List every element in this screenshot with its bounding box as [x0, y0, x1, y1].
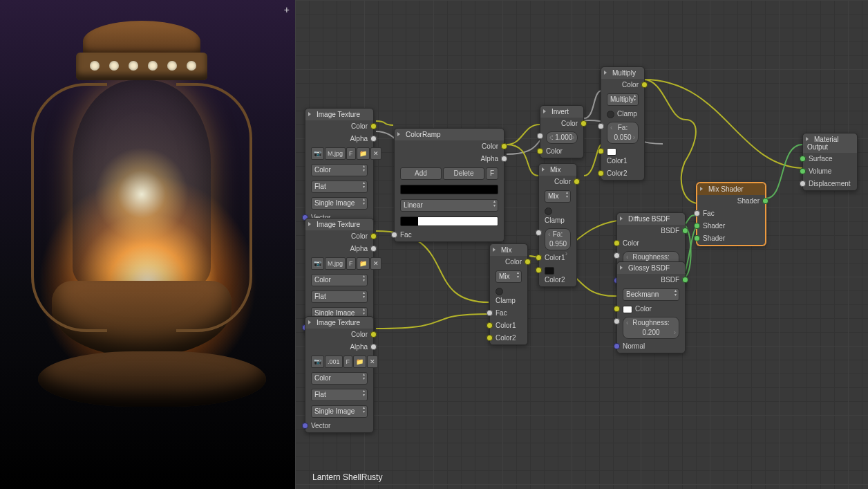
socket-color-in[interactable]: [537, 148, 543, 154]
clamp-checkbox[interactable]: [607, 111, 614, 118]
socket-color-out[interactable]: [370, 233, 377, 239]
projection-dropdown[interactable]: Flat: [311, 181, 368, 193]
socket-alpha-out[interactable]: [370, 246, 377, 252]
socket-alpha-out[interactable]: [501, 156, 507, 162]
lantern-render: [38, 21, 245, 463]
color-swatch[interactable]: [623, 306, 632, 313]
socket-fac-in[interactable]: [391, 232, 397, 238]
node-mix-1[interactable]: Mix Color Mix Clamp Fa: 0.950 Color1 Col…: [538, 163, 577, 287]
socket-color-out[interactable]: [370, 331, 377, 338]
image-selector[interactable]: 📷M.jpgF📁✕: [311, 257, 368, 270]
node-editor[interactable]: Image Texture Color Alpha 📷M.jpgF📁✕ Colo…: [295, 0, 868, 489]
blend-dropdown[interactable]: Mix: [496, 270, 522, 283]
socket-color-out[interactable]: [370, 123, 377, 129]
socket-color-out[interactable]: [574, 178, 580, 185]
node-mix-2[interactable]: Mix Color Mix Clamp Fac Color1 Color2: [489, 243, 528, 345]
socket-bsdf-out[interactable]: [682, 277, 688, 283]
node-image-texture-3[interactable]: Image Texture Color Alpha 📷.001F📁✕ Color…: [305, 316, 374, 433]
ramp-preview[interactable]: [400, 185, 498, 194]
flip-button[interactable]: F: [486, 167, 498, 180]
blend-dropdown[interactable]: Mix: [545, 190, 571, 203]
clamp-checkbox[interactable]: [545, 207, 552, 215]
socket-color-out[interactable]: [501, 143, 507, 149]
source-dropdown[interactable]: Single Image: [311, 197, 368, 210]
socket-color-out[interactable]: [641, 82, 648, 88]
node-title: Image Texture: [317, 111, 360, 118]
node-image-texture-1[interactable]: Image Texture Color Alpha 📷M.jpgF📁✕ Colo…: [305, 108, 374, 225]
socket-alpha-out[interactable]: [370, 344, 377, 350]
blend-dropdown[interactable]: Multiply: [607, 93, 639, 106]
image-selector[interactable]: 📷.001F📁✕: [311, 356, 368, 368]
socket-bsdf-out[interactable]: [682, 228, 688, 234]
delete-button[interactable]: Delete: [443, 167, 484, 180]
node-wires: [295, 0, 868, 489]
socket-color-out[interactable]: [581, 120, 587, 127]
color2-swatch[interactable]: [545, 267, 554, 275]
render-preview: +: [0, 0, 295, 489]
color1-swatch[interactable]: [607, 148, 616, 156]
material-name-label: Lantern ShellRusty: [312, 472, 382, 482]
fac-field[interactable]: : 1.000: [546, 131, 578, 144]
socket-fac-in[interactable]: [537, 133, 543, 139]
ramp-gradient[interactable]: [400, 216, 498, 226]
image-selector[interactable]: 📷M.jpgF📁✕: [311, 147, 368, 160]
color-space-dropdown[interactable]: Color: [311, 164, 368, 176]
interp-dropdown[interactable]: Linear: [400, 199, 498, 212]
socket-alpha-out[interactable]: [370, 136, 377, 142]
add-button[interactable]: Add: [400, 167, 442, 180]
node-glossy-bsdf[interactable]: Glossy BSDF BSDF Beckmann Color Roughnes…: [616, 261, 686, 353]
node-material-output[interactable]: Material Output Surface Volume Displacem…: [802, 133, 858, 191]
roughness-field[interactable]: Roughness: 0.200: [623, 317, 679, 339]
distribution-dropdown[interactable]: Beckmann: [623, 288, 679, 301]
fac-field[interactable]: Fa: 0.950: [545, 228, 571, 250]
clamp-checkbox[interactable]: [496, 288, 503, 295]
fac-field[interactable]: Fa: 0.050: [607, 122, 639, 144]
node-multiply[interactable]: Multiply Color Multiply Clamp Fa: 0.050 …: [601, 66, 645, 181]
node-invert[interactable]: Invert Color : 1.000 Color: [540, 105, 584, 158]
socket-shader-out[interactable]: [762, 198, 768, 204]
socket-color-out[interactable]: [525, 259, 531, 265]
node-color-ramp[interactable]: ColorRamp Color Alpha AddDeleteF Linear …: [394, 128, 504, 242]
node-mix-shader[interactable]: Mix Shader Shader Fac Shader Shader: [697, 183, 766, 246]
expand-icon[interactable]: +: [284, 4, 290, 15]
